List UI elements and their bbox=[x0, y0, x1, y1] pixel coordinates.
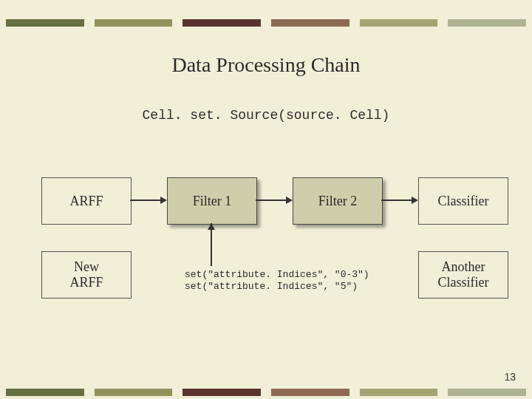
connector bbox=[256, 200, 287, 201]
connector bbox=[130, 200, 161, 201]
arrow-right-icon bbox=[412, 197, 418, 204]
box-arff: ARFF bbox=[41, 177, 132, 225]
box-classifier: Classifier bbox=[418, 177, 508, 225]
page-number: 13 bbox=[504, 371, 516, 383]
arrow-up-icon bbox=[208, 223, 215, 230]
slide-subtitle: Cell. set. Source(source. Cell) bbox=[0, 108, 532, 123]
code-line-1: set("attribute. Indices", "0-3") bbox=[185, 269, 369, 280]
arrow-right-icon bbox=[160, 197, 167, 204]
box-another-classifier: Another Classifier bbox=[418, 251, 508, 299]
slide-title: Data Processing Chain bbox=[0, 53, 532, 77]
footer-stripes bbox=[0, 389, 532, 396]
header-stripes bbox=[0, 19, 532, 27]
box-filter1: Filter 1 bbox=[167, 177, 257, 225]
code-line-2: set("attribute. Indices", "5") bbox=[185, 281, 358, 292]
box-new-arff: New ARFF bbox=[41, 251, 132, 299]
box-filter2: Filter 2 bbox=[293, 177, 383, 225]
arrow-right-icon bbox=[286, 197, 293, 204]
connector bbox=[381, 200, 412, 201]
